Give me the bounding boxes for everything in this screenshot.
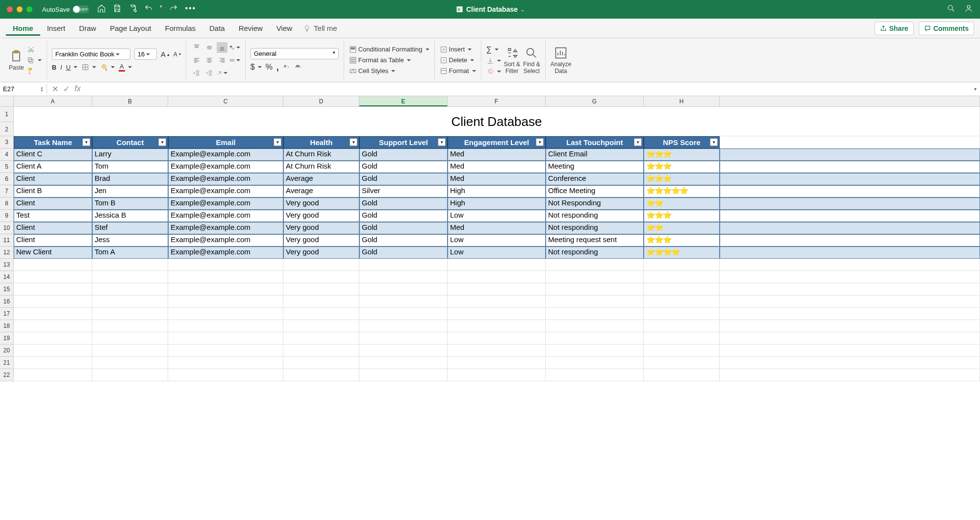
cell-touch[interactable]: Not responding <box>546 222 644 234</box>
column-header-A[interactable]: A <box>14 96 92 106</box>
empty-cell[interactable] <box>168 369 283 381</box>
cell-email[interactable]: Example@example.com <box>168 222 283 234</box>
empty-cell[interactable] <box>546 283 644 296</box>
save-edit-icon[interactable] <box>128 4 137 15</box>
font-color-button[interactable]: A <box>119 63 132 72</box>
row-header-4[interactable]: 4 <box>0 149 14 161</box>
format-cells-button[interactable]: Format <box>440 67 476 75</box>
empty-cell[interactable] <box>14 369 92 381</box>
table-header-task-name[interactable]: Task Name▾ <box>14 136 92 149</box>
cell-health[interactable]: At Churn Risk <box>283 149 359 161</box>
redo-icon[interactable] <box>169 4 178 15</box>
empty-cell[interactable] <box>546 357 644 369</box>
cell-engage[interactable]: Med <box>448 173 546 185</box>
bold-button[interactable]: B <box>52 64 56 71</box>
select-all-corner[interactable] <box>0 96 14 106</box>
format-painter-button[interactable] <box>27 67 42 75</box>
filter-icon[interactable]: ▾ <box>438 138 446 146</box>
align-bottom-button[interactable] <box>217 42 227 53</box>
empty-cell[interactable] <box>92 345 168 357</box>
empty-cell[interactable] <box>92 357 168 369</box>
comma-button[interactable]: , <box>276 62 279 73</box>
analyze-data-button[interactable]: Analyze Data <box>551 46 572 74</box>
percent-button[interactable]: % <box>266 63 273 72</box>
row-header-12[interactable]: 12 <box>0 247 14 259</box>
cell-nps[interactable]: ⭐⭐⭐ <box>644 149 720 161</box>
cell-email[interactable]: Example@example.com <box>168 149 283 161</box>
empty-cell[interactable] <box>14 283 92 296</box>
empty-cell[interactable] <box>14 296 92 308</box>
minimize-window[interactable] <box>17 6 23 12</box>
empty-cell[interactable] <box>14 271 92 283</box>
tab-page-layout[interactable]: Page Layout <box>103 21 158 36</box>
home-icon[interactable] <box>97 4 106 15</box>
empty-cell[interactable] <box>448 369 546 381</box>
filter-icon[interactable]: ▾ <box>274 138 281 146</box>
row-header-22[interactable]: 22 <box>0 369 14 381</box>
empty-cell[interactable] <box>283 332 359 345</box>
table-header-contact[interactable]: Contact▾ <box>92 136 168 149</box>
column-header-H[interactable]: H <box>644 96 720 106</box>
autosave-toggle[interactable]: AutoSave OFF <box>42 5 89 13</box>
tab-insert[interactable]: Insert <box>40 21 73 36</box>
cell-support[interactable]: Silver <box>359 185 448 198</box>
cell-engage[interactable]: Low <box>448 234 546 247</box>
empty-cell[interactable] <box>92 369 168 381</box>
empty-cell[interactable] <box>546 345 644 357</box>
copy-button[interactable] <box>27 56 42 64</box>
cell-task[interactable]: Client <box>14 222 92 234</box>
cell-contact[interactable]: Jessica B <box>92 210 168 222</box>
row-header-14[interactable]: 14 <box>0 271 14 283</box>
empty-cell[interactable] <box>168 308 283 320</box>
empty-cell[interactable] <box>644 332 720 345</box>
cell-health[interactable]: Average <box>283 173 359 185</box>
table-header-health[interactable]: Health▾ <box>283 136 359 149</box>
table-header-engagement-level[interactable]: Engagement Level▾ <box>448 136 546 149</box>
empty-cell[interactable] <box>644 357 720 369</box>
tab-review[interactable]: Review <box>232 21 270 36</box>
empty-cell[interactable] <box>546 308 644 320</box>
cell-health[interactable]: Very good <box>283 198 359 210</box>
empty-cell[interactable] <box>168 345 283 357</box>
cell-engage[interactable]: High <box>448 198 546 210</box>
empty-cell[interactable] <box>168 320 283 332</box>
empty-cell[interactable] <box>644 271 720 283</box>
empty-cell[interactable] <box>92 271 168 283</box>
fx-icon[interactable]: fx <box>75 84 80 94</box>
format-as-table-button[interactable]: Format as Table <box>349 56 429 64</box>
empty-cell[interactable] <box>14 259 92 271</box>
empty-cell[interactable] <box>644 259 720 271</box>
decrease-indent-button[interactable] <box>191 68 202 78</box>
row-header-16[interactable]: 16 <box>0 296 14 308</box>
empty-cell[interactable] <box>448 357 546 369</box>
autosum-button[interactable]: ∑ <box>486 45 501 54</box>
filter-icon[interactable]: ▾ <box>158 138 166 146</box>
empty-cell[interactable] <box>546 320 644 332</box>
column-header-D[interactable]: D <box>283 96 359 106</box>
decrease-font-button[interactable]: A▾ <box>174 51 181 58</box>
increase-font-button[interactable]: A▴ <box>161 50 170 58</box>
row-header-7[interactable]: 7 <box>0 185 14 198</box>
account-icon[interactable] <box>964 4 973 15</box>
empty-cell[interactable] <box>644 283 720 296</box>
empty-cell[interactable] <box>448 308 546 320</box>
row-header-19[interactable]: 19 <box>0 332 14 345</box>
tell-me[interactable]: Tell me <box>303 24 337 32</box>
empty-cell[interactable] <box>14 332 92 345</box>
cell-contact[interactable]: Jen <box>92 185 168 198</box>
cell-contact[interactable]: Jess <box>92 234 168 247</box>
cell-support[interactable]: Gold <box>359 234 448 247</box>
empty-cell[interactable] <box>14 320 92 332</box>
cell-nps[interactable]: ⭐⭐⭐⭐⭐ <box>644 185 720 198</box>
cancel-formula-icon[interactable]: ✕ <box>52 84 58 94</box>
cell-support[interactable]: Gold <box>359 149 448 161</box>
table-header-support-level[interactable]: Support Level▾ <box>359 136 448 149</box>
cell-task[interactable]: Client <box>14 198 92 210</box>
empty-cell[interactable] <box>283 271 359 283</box>
row-header-1-2[interactable]: 12 <box>0 107 14 136</box>
cell-nps[interactable]: ⭐⭐⭐ <box>644 234 720 247</box>
merge-button[interactable] <box>229 55 240 66</box>
tab-home[interactable]: Home <box>6 21 40 36</box>
empty-cell[interactable] <box>14 357 92 369</box>
empty-cell[interactable] <box>546 259 644 271</box>
